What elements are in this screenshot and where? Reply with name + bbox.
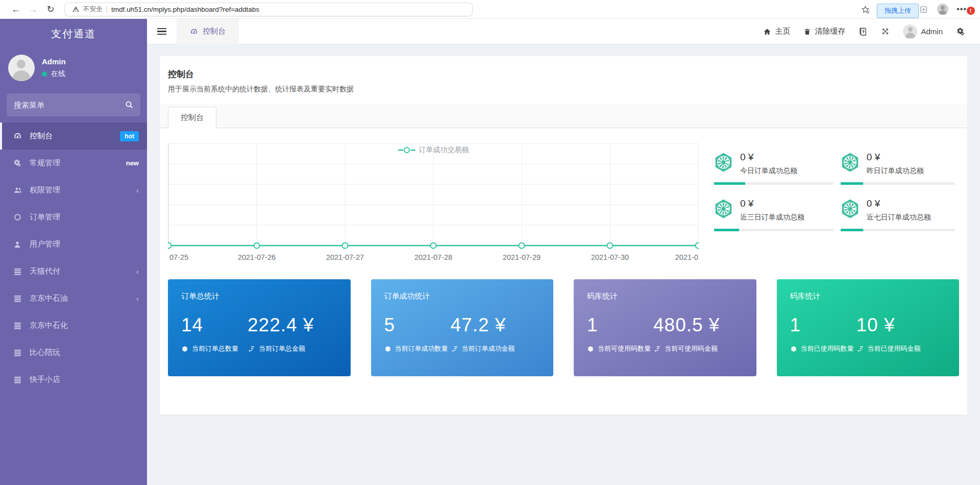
chevron-left-icon: ‹ [136, 186, 139, 195]
svg-text:2021-07-27: 2021-07-27 [326, 253, 364, 261]
sidebar-item-bixin[interactable]: 比心陪玩 [0, 339, 147, 366]
chevron-left-icon: ‹ [136, 267, 139, 276]
svg-text:2021-07-29: 2021-07-29 [503, 253, 541, 261]
stat-7days: 0 ¥ 近七日订单成功总额 [841, 198, 959, 231]
sort-amount-icon [653, 345, 661, 353]
dashboard-panel: 控制台 用于展示当前系统中的统计数据、统计报表及重要实时数据 控制台 订单成功交… [160, 56, 967, 415]
card-count-label: 当前可使用码数量 [598, 344, 651, 353]
search-icon[interactable] [125, 100, 134, 109]
tab-label: 控制台 [203, 27, 226, 36]
sidebar-item-label: 订单管理 [30, 212, 60, 222]
stat-label: 昨日订单成功总额 [867, 166, 924, 176]
browser-toolbar: ← → ↻ 不安全 tmdf.uh51.cn/mplys.php/dashboa… [0, 0, 980, 19]
browser-menu-icon[interactable]: ••• ! [957, 5, 972, 14]
sidebar-item-dashboard[interactable]: 控制台 hot [0, 123, 147, 150]
admin-name: Admin [921, 27, 943, 36]
card-title: 订单总统计 [181, 292, 337, 301]
tab-dashboard[interactable]: 控制台 [177, 19, 239, 44]
chart-legend[interactable]: 订单成功交易额 [168, 146, 699, 155]
stat-label: 近七日订单成功总额 [867, 213, 931, 222]
user-icon [13, 240, 30, 249]
legend-label: 订单成功交易额 [419, 146, 469, 155]
svg-text:2021-07: 2021-07 [675, 253, 699, 261]
card-order-success: 订单成功统计 5 当前订单成功数量 47.2 ¥ 当前订单成功金额 [371, 279, 554, 376]
bookmark-star-icon[interactable] [860, 4, 871, 15]
svg-text:07-25: 07-25 [169, 253, 188, 261]
sidebar-item-jd-oil[interactable]: 京东中石油 ‹ [0, 285, 147, 312]
card-amount-label: 当前订单成功金额 [462, 344, 515, 353]
card-title: 订单成功统计 [384, 292, 541, 301]
panel-tab-dashboard[interactable]: 控制台 [168, 107, 216, 128]
card-amount-label: 当前订单总金额 [259, 344, 305, 353]
sidebar-item-label: 京东中石化 [30, 321, 68, 330]
forward-icon[interactable]: → [24, 2, 42, 17]
refresh-icon[interactable]: ↻ [42, 2, 59, 17]
sidebar-menu: 控制台 hot 常规管理 new 权限管理 ‹ 订单管理 用户管理 [0, 123, 147, 393]
search-input[interactable] [7, 93, 140, 116]
stat-progress [714, 182, 834, 185]
sidebar-item-permissions[interactable]: 权限管理 ‹ [0, 177, 147, 204]
legend-marker-icon [398, 147, 415, 153]
svg-text:2021-07-28: 2021-07-28 [414, 253, 452, 261]
security-label: 不安全 [83, 5, 103, 14]
language-icon[interactable] [859, 27, 868, 36]
summary-cards: 订单总统计 14 当前订单总数量 222.4 ¥ 当前订单总金额 [168, 279, 959, 376]
topbar: 控制台 主页 清除缓存 Admin [147, 19, 980, 44]
list-icon [13, 294, 30, 303]
add-tab-icon[interactable] [918, 4, 929, 15]
address-divider [107, 6, 107, 13]
settings-gears-icon[interactable] [956, 27, 966, 36]
sidebar: 支付通道 Admin 在线 控制台 hot [0, 19, 147, 485]
hexagon-icon [841, 198, 860, 220]
sidebar-item-users[interactable]: 用户管理 [0, 231, 147, 258]
card-amount: 222.4 ¥ [248, 314, 337, 336]
hamburger-icon[interactable] [147, 19, 177, 44]
users-icon [13, 186, 30, 195]
warning-icon [72, 6, 80, 13]
card-amount-label: 当前已使用码金额 [868, 344, 921, 353]
card-order-total: 订单总统计 14 当前订单总数量 222.4 ¥ 当前订单总金额 [168, 279, 351, 376]
sidebar-item-tmall[interactable]: 天猫代付 ‹ [0, 258, 147, 285]
app-title: 支付通道 [0, 19, 147, 48]
clear-cache-button[interactable]: 清除缓存 [803, 27, 845, 36]
tachometer-icon [190, 28, 198, 36]
sort-amount-icon [856, 345, 864, 353]
back-icon[interactable]: ← [7, 2, 24, 17]
card-count-label: 当前订单成功数量 [395, 344, 448, 353]
amount-stats: 0 ¥ 今日订单成功总额 0 ¥ [714, 138, 959, 266]
user-avatar [8, 55, 35, 81]
list-icon [13, 267, 30, 276]
card-amount-label: 当前可使用码金额 [665, 344, 718, 353]
list-icon [13, 375, 30, 384]
admin-profile[interactable]: Admin [903, 25, 943, 39]
chevron-left-icon: ‹ [136, 294, 139, 303]
stat-label: 近三日订单成功总额 [740, 213, 804, 222]
notification-badge: ! [967, 7, 975, 15]
home-button[interactable]: 主页 [763, 27, 790, 36]
sidebar-item-jd-petrochemical[interactable]: 京东中石化 [0, 312, 147, 339]
address-bar[interactable]: 不安全 tmdf.uh51.cn/mplys.php/dashboard?ref… [64, 3, 473, 16]
page-title: 控制台 [168, 68, 959, 80]
sort-amount-icon [248, 345, 255, 353]
sidebar-item-orders[interactable]: 订单管理 [0, 204, 147, 231]
card-count-label: 当前已使用码数量 [801, 344, 854, 353]
sidebar-item-general[interactable]: 常规管理 new [0, 150, 147, 177]
card-amount: 10 ¥ [856, 314, 946, 336]
browser-profile-avatar[interactable] [937, 4, 948, 15]
cube-icon [587, 345, 594, 353]
panel-tabs: 控制台 [160, 104, 967, 128]
sidebar-item-label: 权限管理 [30, 185, 60, 195]
sidebar-item-kuaishou[interactable]: 快手小店 [0, 366, 147, 393]
site-security-button[interactable]: 不安全 [72, 5, 103, 14]
hot-badge: hot [120, 131, 139, 141]
card-count: 1 [587, 314, 653, 336]
svg-text:2021-07-30: 2021-07-30 [591, 253, 629, 261]
card-count: 5 [384, 314, 451, 336]
page-subtitle: 用于展示当前系统中的统计数据、统计报表及重要实时数据 [168, 85, 959, 94]
sidebar-item-label: 控制台 [30, 131, 53, 141]
card-codes-available: 码库统计 1 当前可使用码数量 480.5 ¥ 当前可使用码金额 [574, 279, 756, 376]
list-icon [13, 321, 30, 330]
fullscreen-icon[interactable] [881, 27, 890, 36]
user-profile: Admin 在线 [0, 48, 147, 86]
sidebar-item-label: 常规管理 [30, 158, 60, 168]
